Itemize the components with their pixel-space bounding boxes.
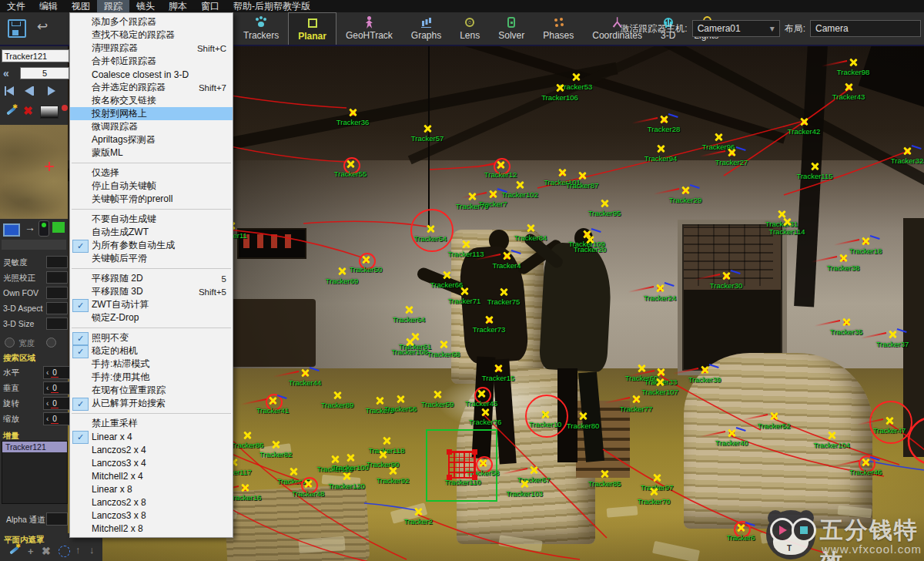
alpha-channel-field[interactable] [46,512,68,526]
undo-icon[interactable]: ↩ [37,18,48,35]
menu-item[interactable]: ✓稳定的相机 [70,344,233,358]
property-field[interactable] [46,317,68,330]
menu-item[interactable]: 添加多个跟踪器 [70,15,233,29]
delete-mask-icon[interactable]: ✖ [42,545,51,557]
menu-item[interactable]: 镜头 [129,0,162,12]
search-param-stepper[interactable]: ‹0 [43,366,72,379]
menu-item[interactable]: 微调跟踪器 [70,120,233,133]
tracker-name-input[interactable]: Tracker121 [2,49,69,62]
menu-item[interactable]: 手持:粘滞模式 [70,358,233,371]
grid-handle[interactable] [472,475,477,480]
menu-item[interactable]: 锁定Z-Drop [70,311,233,324]
width-radio[interactable] [5,338,15,348]
menu-item[interactable]: 窗口 [194,0,226,12]
tab-trackers[interactable]: Trackers [234,12,288,45]
menu-item[interactable]: 平移跟随 2D5 [70,272,233,285]
tab-solver[interactable]: Solver [489,12,534,45]
traffic-light-icon[interactable] [38,220,49,237]
tracker-label: Tracker59 [421,400,454,408]
menu-item-label: Apriltags探测器 [92,133,156,146]
x-marker-icon [499,287,508,297]
menu-item[interactable]: 手持:使用其他 [70,371,233,384]
magic-wand-icon[interactable] [5,106,17,119]
second-radio[interactable] [46,338,56,348]
menu-item[interactable]: 不要自动生成键 [70,213,233,226]
gradient-icon[interactable] [40,106,59,119]
x-marker-icon [659,115,668,124]
menu-item[interactable]: ✓Linear x 4 [70,430,233,443]
menu-item[interactable]: Lanczos2 x 4 [70,443,233,456]
menu-item[interactable]: 清理跟踪器Shift+C [70,42,233,55]
tab-lens[interactable]: Lens [450,12,489,45]
menu-item[interactable]: 视图 [65,0,97,12]
tab-planar[interactable]: Planar [288,12,336,45]
menu-item[interactable]: Mitchell2 x 8 [70,522,233,535]
property-field[interactable] [46,271,68,284]
menu-item[interactable]: 蒙版ML [70,146,233,160]
menu-item[interactable]: Lanczos3 x 4 [70,456,233,469]
active-host-select[interactable]: Camera01 ▾ [692,20,780,37]
menu-item-highlighted[interactable]: 投射到网格上 [70,107,233,120]
frame-count-input[interactable]: 5 [20,67,69,79]
mask-wand-icon[interactable] [8,546,20,558]
property-field[interactable] [46,287,68,299]
menu-item[interactable]: 脚本 [162,0,194,12]
move-up-icon[interactable]: ↑ [75,544,81,556]
blue-swatch-icon[interactable] [3,223,20,237]
menu-item[interactable]: 停止自动关键帧 [70,180,233,193]
menu-item[interactable]: 关键帧后平滑 [70,252,233,265]
search-param-stepper[interactable]: ‹0 [43,412,72,425]
tab-geohtrack[interactable]: GeoHTrack [336,12,402,45]
property-field[interactable] [46,256,68,268]
add-mask-icon[interactable]: + [28,546,34,557]
menu-item[interactable]: 关键帧平滑的preroll [70,193,233,206]
delete-tracker-icon[interactable]: ✖ [23,104,33,118]
menu-item[interactable]: ✓照明不变 [70,331,233,344]
layout-input[interactable]: Camera [810,20,921,37]
menu-item[interactable]: 平移跟随 3DShift+5 [70,285,233,298]
increment-list[interactable]: Tracker121 [2,441,68,504]
search-param-stepper[interactable]: ‹0 [43,381,72,395]
planar-grid-marker[interactable] [448,451,476,479]
menu-item[interactable]: Coalesce closest in 3-D [70,68,233,81]
menu-item[interactable]: 文件 [0,0,32,12]
menu-item[interactable]: ✓从已解算开始搜索 [70,397,233,410]
menu-item[interactable]: 合并邻近跟踪器 [70,55,233,68]
menu-item[interactable]: 禁止重采样 [70,417,233,430]
menu-item[interactable]: 仅选择 [70,166,233,180]
search-param-stepper[interactable]: ‹0 [43,397,72,410]
go-start-button[interactable] [5,86,14,96]
prev-frame-button[interactable] [25,86,34,96]
increment-list-item-selected[interactable]: Tracker121 [2,442,67,452]
grid-handle[interactable] [472,449,477,455]
rewind-all-icon[interactable]: « [3,67,9,79]
menu-item[interactable]: 在现有位置重跟踪 [70,384,233,397]
menu-tracking-active[interactable]: 跟踪 [97,0,129,12]
menu-item[interactable]: Lanczos3 x 8 [70,509,233,522]
menu-item[interactable]: ✓为所有参数自动生成 [70,239,233,252]
menu-item[interactable]: 自动生成ZWT [70,226,233,239]
tab-graphs[interactable]: Graphs [402,12,450,45]
save-icon[interactable] [8,19,26,38]
menu-item[interactable]: Linear x 8 [70,482,233,495]
grid-handle[interactable] [447,475,452,480]
menu-item[interactable]: Apriltags探测器 [70,133,233,146]
green-swatch-icon[interactable] [52,222,65,233]
lollipop-icon[interactable] [62,105,68,111]
menu-item[interactable]: Lanczos2 x 8 [70,495,233,509]
tab-phases[interactable]: Phases [534,12,583,45]
grid-handle[interactable] [447,449,452,455]
menu-item[interactable]: 帮助-后期帮教学版 [226,0,317,12]
play-button[interactable] [48,86,55,96]
tracker-label: Tracker35 [830,328,862,336]
circle-mask-icon[interactable] [59,546,70,557]
menu-item[interactable]: 合并选定的跟踪器Shift+7 [70,81,233,94]
property-field[interactable] [46,302,68,314]
menu-item[interactable]: 按名称交叉链接 [70,94,233,107]
tracker-preview[interactable] [0,125,68,219]
menu-item[interactable]: Mitchell2 x 4 [70,469,233,482]
menu-item[interactable]: 查找不稳定的跟踪器 [70,29,233,42]
menu-item[interactable]: 编辑 [32,0,65,12]
menu-item[interactable]: ✓ZWT自动计算 [70,298,233,311]
move-down-icon[interactable]: ↓ [89,544,95,556]
